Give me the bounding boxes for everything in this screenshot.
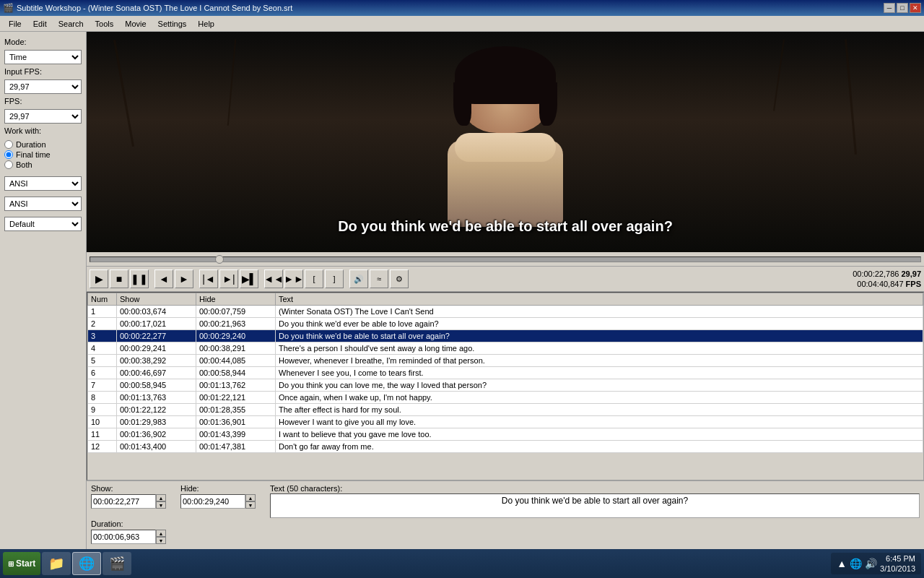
step-back-button[interactable]: |◄: [199, 269, 218, 288]
table-row[interactable]: 400:00:29,24100:00:38,291There's a perso…: [88, 342, 923, 355]
folder-icon: 📁: [48, 556, 64, 571]
cell-hide: 00:01:36,901: [196, 416, 276, 428]
play-selection-button[interactable]: ▶▌: [240, 269, 258, 288]
cell-num: 3: [88, 330, 117, 342]
hide-up[interactable]: ▲: [245, 494, 256, 501]
text-edit-area[interactable]: [270, 493, 920, 518]
radio-duration[interactable]: Duration: [4, 140, 82, 149]
cell-num: 11: [88, 428, 117, 441]
sub-next-button[interactable]: ►►: [284, 269, 303, 288]
menu-edit[interactable]: Edit: [27, 18, 53, 30]
cell-show: 00:00:58,945: [117, 379, 196, 392]
cell-show: 00:01:13,763: [117, 392, 196, 404]
cell-hide: 00:00:21,963: [196, 318, 276, 330]
menu-settings[interactable]: Settings: [152, 18, 193, 30]
show-down[interactable]: ▼: [156, 501, 166, 509]
browser-icon: 🌐: [79, 556, 95, 571]
stop-button[interactable]: ■: [110, 269, 128, 288]
menu-file[interactable]: File: [3, 18, 27, 30]
minimize-button[interactable]: ─: [884, 3, 895, 13]
start-button[interactable]: ⊞ Start: [3, 552, 40, 575]
close-button[interactable]: ✕: [910, 3, 921, 13]
seekbar-area: [87, 252, 924, 267]
menu-help[interactable]: Help: [192, 18, 220, 30]
cell-show: 00:00:29,241: [117, 342, 196, 355]
duration-input[interactable]: [91, 530, 156, 544]
radio-finaltime[interactable]: Final time: [4, 150, 82, 159]
maximize-button[interactable]: □: [897, 3, 908, 13]
seekbar-thumb[interactable]: [215, 255, 224, 264]
rewind-button[interactable]: ◄: [154, 269, 173, 288]
hide-label: Hide:: [180, 484, 256, 493]
mode-select[interactable]: Time: [4, 50, 82, 64]
encoding2-select[interactable]: ANSI: [4, 197, 82, 211]
table-row[interactable]: 900:01:22,12200:01:28,355The after effec…: [88, 404, 923, 416]
cell-show: 00:01:22,122: [117, 404, 196, 416]
cell-num: 4: [88, 342, 117, 355]
table-row[interactable]: 600:00:46,69700:00:58,944Whenever I see …: [88, 367, 923, 379]
table-row[interactable]: 200:00:17,02100:00:21,963Do you think we…: [88, 318, 923, 330]
table-row[interactable]: 100:00:03,67400:00:07,759(Winter Sonata …: [88, 306, 923, 318]
cell-num: 8: [88, 392, 117, 404]
menubar: FileEditSearchToolsMovieSettingsHelp: [0, 16, 924, 32]
show-input[interactable]: [91, 494, 156, 509]
cell-show: 00:01:43,400: [117, 441, 196, 453]
taskbar-app2[interactable]: 🌐: [72, 552, 101, 575]
seekbar[interactable]: [90, 256, 921, 262]
work-with-label: Work with:: [4, 126, 82, 135]
table-scroll[interactable]: Num Show Hide Text 100:00:03,67400:00:07…: [87, 293, 923, 480]
table-row[interactable]: 1000:01:29,98300:01:36,901However I want…: [88, 416, 923, 428]
show-label: Show:: [91, 484, 166, 493]
cell-show: 00:00:03,674: [117, 306, 196, 318]
pause-button[interactable]: ❚❚: [130, 269, 149, 288]
cell-hide: 00:00:58,944: [196, 367, 276, 379]
right-panel: Do you think we'd be able to start all o…: [87, 32, 924, 549]
step-forward-button[interactable]: ►|: [219, 269, 238, 288]
subtitle-table: Num Show Hide Text 100:00:03,67400:00:07…: [87, 293, 923, 453]
forward-button[interactable]: ►: [175, 269, 193, 288]
encoding1-select[interactable]: ANSI: [4, 176, 82, 191]
cell-text: (Winter Sonata OST) The Love I Can't Sen…: [276, 306, 923, 318]
menu-tools[interactable]: Tools: [90, 18, 120, 30]
transport-bar: ▶ ■ ❚❚ ◄ ► |◄ ►| ▶▌ ◄◄ ►► [ ] 🔊 ≈ ⚙: [87, 267, 924, 292]
hide-down[interactable]: ▼: [245, 501, 256, 509]
table-row[interactable]: 1100:01:36,90200:01:43,399I want to beli…: [88, 428, 923, 441]
taskbar-app1[interactable]: 📁: [42, 552, 71, 575]
tray-volume-icon[interactable]: 🔊: [865, 558, 877, 569]
waveform-button[interactable]: 🔊: [349, 269, 368, 288]
radio-both[interactable]: Both: [4, 160, 82, 169]
table-row[interactable]: 300:00:22,27700:00:29,240Do you think we…: [88, 330, 923, 342]
style-select[interactable]: Default: [4, 217, 82, 231]
total-time: 00:04:40,847 FPS: [853, 279, 921, 289]
duration-spinners: ▲ ▼: [156, 530, 166, 544]
table-row[interactable]: 700:00:58,94500:01:13,762Do you think yo…: [88, 379, 923, 392]
set-show-button[interactable]: [: [305, 269, 323, 288]
fps-select[interactable]: 29,97: [4, 109, 82, 124]
work-with-group: Duration Final time Both: [4, 140, 82, 169]
play-button[interactable]: ▶: [90, 269, 108, 288]
tray-network-icon[interactable]: 🌐: [850, 558, 862, 569]
hide-input[interactable]: [180, 494, 245, 509]
video-area: Do you think we'd be able to start all o…: [87, 32, 924, 252]
sub-prev-button[interactable]: ◄◄: [264, 269, 283, 288]
spectrum-button[interactable]: ≈: [370, 269, 388, 288]
video-settings-button[interactable]: ⚙: [390, 269, 409, 288]
input-fps-select[interactable]: 29,97: [4, 79, 82, 94]
duration-up[interactable]: ▲: [156, 530, 166, 537]
cell-text: I want to believe that you gave me love …: [276, 428, 923, 441]
duration-down[interactable]: ▼: [156, 537, 166, 544]
subtitle-tbody: 100:00:03,67400:00:07,759(Winter Sonata …: [88, 306, 923, 453]
set-hide-button[interactable]: ]: [325, 269, 344, 288]
col-show: Show: [117, 293, 196, 306]
table-row[interactable]: 1200:01:43,40000:01:47,381Don't go far a…: [88, 441, 923, 453]
menu-search[interactable]: Search: [53, 18, 90, 30]
cell-num: 1: [88, 306, 117, 318]
tray-show-hidden[interactable]: ▲: [837, 558, 847, 569]
menu-movie[interactable]: Movie: [119, 18, 152, 30]
taskbar-app3[interactable]: 🎬: [103, 552, 131, 575]
table-row[interactable]: 500:00:38,29200:00:44,085However, whenev…: [88, 355, 923, 367]
show-up[interactable]: ▲: [156, 494, 166, 501]
cell-hide: 00:00:29,240: [196, 330, 276, 342]
cell-num: 9: [88, 404, 117, 416]
table-row[interactable]: 800:01:13,76300:01:22,121Once again, whe…: [88, 392, 923, 404]
